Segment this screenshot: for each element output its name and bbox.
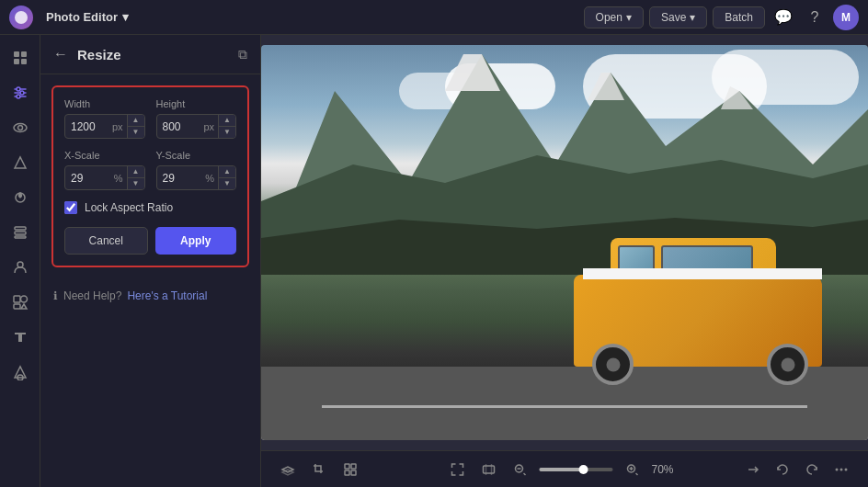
width-label: Width [64, 98, 145, 109]
road-line [322, 405, 807, 408]
height-input[interactable] [157, 115, 204, 138]
svg-point-32 [840, 468, 843, 470]
sidebar-item-shapes[interactable] [5, 287, 36, 318]
height-label: Height [156, 98, 237, 109]
open-label: Open [596, 11, 622, 24]
app-title-chevron-icon: ▾ [122, 10, 129, 24]
height-down-button[interactable]: ▼ [219, 127, 235, 138]
help-link[interactable]: Here's a Tutorial [127, 289, 207, 302]
zoom-slider-track [540, 468, 584, 471]
width-input-wrapper: px ▲ ▼ [64, 114, 145, 139]
sidebar-item-retouch[interactable] [5, 182, 36, 213]
svg-rect-3 [21, 59, 27, 64]
width-down-button[interactable]: ▼ [128, 127, 144, 138]
svg-rect-24 [345, 464, 349, 469]
yscale-group: Y-Scale % ▲ ▼ [156, 150, 237, 190]
xscale-up-button[interactable]: ▲ [128, 166, 144, 178]
chat-icon-button[interactable]: 💬 [771, 5, 796, 30]
fit-width-icon[interactable] [477, 458, 501, 481]
bottom-center-zoom: 70% [446, 458, 684, 481]
sidebar-item-adjust[interactable] [5, 77, 36, 108]
resize-form: Width px ▲ ▼ Height px [51, 85, 249, 267]
sidebar-item-text[interactable] [5, 322, 36, 353]
canvas-content [261, 35, 868, 450]
save-button[interactable]: Save ▾ [649, 6, 707, 28]
undo-icon[interactable] [771, 458, 794, 481]
apply-button[interactable]: Apply [155, 227, 237, 255]
width-unit: px [112, 118, 127, 136]
height-group: Height px ▲ ▼ [156, 98, 237, 139]
panel-title: Resize [77, 47, 229, 62]
avatar-initial: M [841, 11, 851, 24]
sidebar-item-effects[interactable] [5, 147, 36, 178]
more-icon[interactable] [829, 458, 853, 481]
svg-rect-12 [15, 236, 26, 238]
xscale-input-wrapper: % ▲ ▼ [64, 165, 145, 190]
redo-icon[interactable] [800, 458, 824, 481]
sidebar-item-people[interactable] [5, 252, 36, 283]
cancel-button[interactable]: Cancel [64, 227, 148, 255]
grid-icon[interactable] [338, 458, 362, 481]
help-row: ℹ Need Help? Here's a Tutorial [40, 278, 260, 313]
zoom-out-icon[interactable] [508, 458, 532, 481]
yscale-down-button[interactable]: ▼ [219, 178, 235, 189]
yscale-spinner: ▲ ▼ [218, 166, 235, 189]
bottom-left-tools [276, 458, 362, 481]
zoom-slider-thumb [579, 465, 588, 474]
sidebar-item-layers[interactable] [5, 217, 36, 248]
height-unit: px [203, 118, 218, 136]
xscale-group: X-Scale % ▲ ▼ [64, 150, 145, 190]
svg-point-13 [17, 262, 23, 267]
svg-rect-11 [15, 232, 26, 234]
sidebar-item-texture[interactable] [5, 357, 36, 388]
lock-checkbox[interactable] [64, 201, 77, 214]
help-info-icon: ℹ [53, 289, 58, 302]
yscale-label: Y-Scale [156, 150, 237, 161]
resize-panel: ← Resize ⧉ Width px ▲ ▼ [40, 35, 261, 487]
sidebar-item-home[interactable] [5, 42, 36, 74]
chat-icon: 💬 [774, 8, 793, 26]
width-input[interactable] [65, 115, 112, 138]
xscale-input[interactable] [65, 166, 114, 189]
yscale-input[interactable] [157, 166, 206, 189]
xscale-down-button[interactable]: ▼ [128, 178, 144, 189]
flip-icon[interactable] [741, 458, 765, 481]
photo-frame [261, 45, 868, 440]
van-wheel-left [592, 344, 634, 385]
batch-label: Batch [725, 11, 753, 24]
help-icon: ? [811, 9, 819, 26]
photo-background [261, 45, 868, 440]
svg-rect-26 [345, 470, 349, 475]
layers-icon[interactable] [276, 458, 300, 481]
canvas-area: 70% [261, 35, 868, 487]
svg-rect-16 [14, 304, 20, 309]
width-group: Width px ▲ ▼ [64, 98, 145, 139]
zoom-percentage: 70% [652, 463, 684, 476]
panel-copy-button[interactable]: ⧉ [236, 45, 249, 64]
fit-screen-icon[interactable] [446, 458, 470, 481]
save-chevron-icon: ▾ [690, 11, 695, 24]
help-icon-button[interactable]: ? [802, 5, 828, 30]
panel-header: ← Resize ⧉ [40, 35, 260, 74]
save-label: Save [661, 11, 686, 24]
crop-icon[interactable] [307, 458, 331, 481]
svg-rect-10 [15, 227, 26, 230]
open-chevron-icon: ▾ [626, 11, 632, 24]
sidebar-item-view[interactable] [5, 112, 36, 143]
width-up-button[interactable]: ▲ [128, 115, 144, 127]
zoom-in-icon[interactable] [621, 458, 645, 481]
svg-marker-21 [721, 86, 753, 109]
panel-back-button[interactable]: ← [51, 44, 70, 64]
sidebar-icons [0, 35, 40, 487]
app-title-button[interactable]: Photo Editor ▾ [39, 6, 136, 28]
zoom-slider[interactable] [540, 468, 613, 471]
yscale-unit: % [205, 169, 218, 187]
batch-button[interactable]: Batch [713, 6, 765, 28]
user-avatar[interactable]: M [833, 5, 859, 30]
height-up-button[interactable]: ▲ [219, 115, 235, 127]
bottom-right-actions [741, 458, 853, 481]
yscale-up-button[interactable]: ▲ [219, 166, 235, 178]
yscale-input-wrapper: % ▲ ▼ [156, 165, 237, 190]
svg-point-5 [20, 91, 24, 95]
open-button[interactable]: Open ▾ [584, 6, 644, 28]
